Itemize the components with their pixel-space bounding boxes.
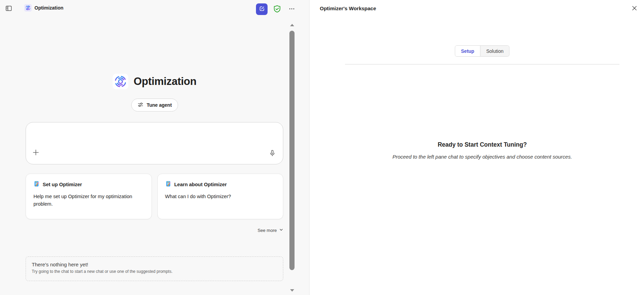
suggested-prompts: Set up Optimizer Help me set up Optimize… [26, 174, 283, 219]
microphone-button[interactable] [268, 149, 277, 158]
see-more-button[interactable]: See more [258, 228, 283, 233]
message-composer[interactable] [26, 122, 283, 164]
card-header: Learn about Optimizer [165, 181, 276, 188]
agent-hero-icon [113, 74, 128, 89]
agent-icon [24, 4, 32, 12]
app-root: Optimization [0, 0, 644, 295]
memo-icon [33, 181, 40, 188]
microphone-icon [269, 149, 276, 158]
empty-state: There's nothing here yet! Try going to t… [26, 256, 283, 281]
suggestion-card-learn[interactable]: Learn about Optimizer What can I do with… [157, 174, 284, 219]
workspace-status-subtitle: Proceed to the left pane chat to specify… [345, 154, 619, 160]
card-body: Help me set up Optimizer for my optimiza… [33, 193, 144, 208]
agent-header: Optimization [24, 4, 63, 12]
panel-left-icon [5, 5, 12, 13]
card-header: Set up Optimizer [33, 181, 144, 188]
message-input[interactable] [33, 127, 276, 144]
more-options-button[interactable] [287, 4, 297, 14]
tune-agent-button[interactable]: Tune agent [131, 99, 178, 112]
sliders-icon [138, 102, 144, 109]
workspace-status: Ready to Start Context Tuning? Proceed t… [345, 141, 619, 160]
card-body: What can I do with Optimizer? [165, 193, 276, 200]
shield-checkmark-icon [273, 5, 281, 14]
topbar-actions [256, 3, 297, 15]
card-title: Set up Optimizer [43, 182, 82, 187]
workspace-panel: Optimizer's Workspace Setup Solution Rea… [309, 0, 644, 295]
privacy-shield-button[interactable] [272, 4, 282, 14]
empty-state-subtitle: Try going to the chat to start a new cha… [32, 269, 277, 274]
memo-icon [165, 181, 171, 188]
workspace-content: Setup Solution Ready to Start Context Tu… [345, 0, 619, 295]
agent-hero-title: Optimization [133, 75, 196, 88]
tune-agent-label: Tune agent [147, 102, 172, 108]
chat-pane: Optimization [0, 0, 309, 295]
ellipsis-icon [288, 5, 295, 13]
plus-icon [32, 148, 40, 158]
workspace-tabs: Setup Solution [455, 45, 510, 57]
suggestion-card-setup[interactable]: Set up Optimizer Help me set up Optimize… [26, 174, 152, 219]
compose-icon [259, 5, 265, 13]
scrollbar-thumb[interactable] [289, 31, 295, 270]
divider [345, 64, 619, 64]
new-chat-button[interactable] [256, 3, 268, 15]
chevron-down-icon [279, 228, 283, 233]
agent-title: Optimization [34, 5, 63, 11]
scroll-up-arrow[interactable] [290, 24, 294, 26]
see-more-label: See more [258, 228, 277, 233]
add-content-button[interactable] [31, 148, 40, 157]
workspace-status-title: Ready to Start Context Tuning? [345, 141, 619, 148]
card-title: Learn about Optimizer [174, 182, 227, 187]
tab-setup[interactable]: Setup [455, 46, 480, 56]
agent-hero: Optimization [0, 74, 309, 89]
close-icon [632, 5, 637, 12]
close-workspace-button[interactable] [630, 4, 639, 13]
sidebar-toggle-button[interactable] [4, 4, 13, 13]
empty-state-title: There's nothing here yet! [32, 262, 277, 267]
chat-topbar: Optimization [0, 0, 309, 16]
scroll-down-arrow[interactable] [290, 289, 294, 292]
tab-solution[interactable]: Solution [480, 46, 510, 56]
